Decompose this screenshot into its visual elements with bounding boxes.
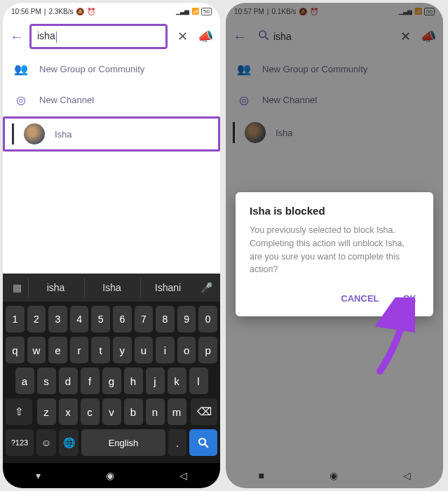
key-4[interactable]: 4	[70, 306, 89, 332]
suggestion-3[interactable]: Ishani	[140, 278, 195, 297]
selection-indicator	[12, 123, 14, 144]
key-n[interactable]: n	[146, 398, 165, 425]
backspace-key[interactable]: ⌫	[191, 398, 217, 425]
channel-icon: ◎	[13, 91, 29, 108]
list-item-label: New Channel	[39, 95, 94, 105]
language-key[interactable]: 🌐	[59, 429, 79, 456]
wifi-icon: 📶	[191, 8, 198, 15]
key-z[interactable]: z	[37, 398, 56, 425]
status-time: 10:56 PM	[11, 8, 41, 15]
space-key[interactable]: English	[81, 429, 165, 456]
key-2[interactable]: 2	[27, 306, 46, 332]
symbols-key[interactable]: ?123	[6, 429, 34, 456]
phone-screenshot-right: 10:57 PM | 0.1KB/s 🔕 ⏰ ▁▃▅ 📶 50 ← isha ✕…	[226, 3, 443, 488]
battery-icon: 50	[201, 8, 212, 15]
key-b[interactable]: b	[124, 398, 143, 425]
ok-button[interactable]: OK	[400, 288, 420, 309]
key-w[interactable]: w	[27, 337, 46, 363]
contact-result-row[interactable]: Isha	[3, 116, 220, 152]
key-k[interactable]: k	[168, 368, 186, 394]
key-h[interactable]: h	[124, 368, 143, 394]
mic-icon[interactable]: 🎤	[196, 282, 216, 293]
back-button[interactable]: ←	[10, 29, 24, 45]
search-input[interactable]: isha	[29, 24, 168, 49]
key-i[interactable]: i	[156, 337, 175, 363]
content-spacer	[3, 153, 220, 274]
key-e[interactable]: e	[48, 337, 67, 363]
suggestion-1[interactable]: isha	[28, 278, 83, 297]
nav-recents[interactable]: ▾	[36, 470, 41, 481]
nav-back[interactable]: ◁	[179, 470, 187, 481]
search-text: isha	[37, 30, 55, 41]
list-item-label: New Group or Community	[39, 64, 144, 74]
android-navbar: ▾ ◉ ◁	[3, 463, 220, 488]
megaphone-icon[interactable]: 📣	[198, 29, 213, 44]
emoji-key[interactable]: ☺	[36, 429, 56, 456]
period-key[interactable]: .	[168, 429, 186, 456]
key-g[interactable]: g	[102, 368, 121, 394]
key-q[interactable]: q	[6, 337, 25, 363]
nav-home[interactable]: ◉	[106, 470, 114, 481]
new-group-item[interactable]: 👥 New Group or Community	[3, 53, 220, 84]
key-d[interactable]: d	[59, 368, 78, 394]
phone-screenshot-left: 10:56 PM | 2.3KB/s 🔕 ⏰ ▁▃▅ 📶 50 ← isha ✕…	[3, 3, 220, 488]
shift-key[interactable]: ⇧	[6, 398, 32, 425]
contact-name: Isha	[55, 129, 72, 140]
status-bar: 10:56 PM | 2.3KB/s 🔕 ⏰ ▁▃▅ 📶 50	[3, 3, 220, 20]
key-j[interactable]: j	[146, 368, 165, 394]
key-c[interactable]: c	[81, 398, 100, 425]
dialog-title: Isha is blocked	[250, 205, 419, 217]
key-y[interactable]: y	[113, 337, 132, 363]
key-8[interactable]: 8	[156, 306, 175, 332]
key-9[interactable]: 9	[177, 306, 196, 332]
status-dnd-icon: 🔕	[76, 8, 84, 15]
key-m[interactable]: m	[168, 398, 186, 425]
key-t[interactable]: t	[91, 337, 110, 363]
key-7[interactable]: 7	[135, 306, 154, 332]
svg-line-1	[205, 444, 208, 448]
key-f[interactable]: f	[81, 368, 100, 394]
group-icon: 👥	[13, 60, 29, 77]
key-1[interactable]: 1	[6, 306, 25, 332]
keyboard: 1234567890 qwertyuiop asdfghjkl ⇧ zxcvbn…	[3, 302, 220, 463]
dialog-actions: CANCEL OK	[250, 288, 419, 309]
key-v[interactable]: v	[102, 398, 121, 425]
clear-search-button[interactable]: ✕	[177, 29, 188, 44]
key-s[interactable]: s	[37, 368, 56, 394]
key-l[interactable]: l	[189, 368, 208, 394]
key-o[interactable]: o	[177, 337, 196, 363]
quick-actions-list: 👥 New Group or Community ◎ New Channel	[3, 53, 220, 115]
new-channel-item[interactable]: ◎ New Channel	[3, 84, 220, 115]
key-p[interactable]: p	[198, 337, 217, 363]
avatar	[24, 123, 45, 144]
key-r[interactable]: r	[70, 337, 89, 363]
blocked-dialog: Isha is blocked You previously selected …	[236, 192, 433, 316]
key-6[interactable]: 6	[113, 306, 132, 332]
suggestion-2[interactable]: Isha	[84, 278, 139, 297]
cancel-button[interactable]: CANCEL	[338, 288, 381, 309]
search-header: ← isha ✕ 📣	[3, 20, 220, 53]
svg-point-0	[199, 438, 205, 445]
search-key[interactable]	[189, 429, 217, 456]
status-net: 2.3KB/s	[48, 8, 73, 15]
keyboard-suggestions: ▦ isha Isha Ishani 🎤	[3, 274, 220, 302]
dialog-body: You previously selected to block Isha. C…	[250, 224, 419, 276]
status-alarm-icon: ⏰	[87, 8, 95, 15]
signal-icon: ▁▃▅	[176, 8, 189, 15]
key-x[interactable]: x	[59, 398, 78, 425]
apps-icon[interactable]: ▦	[7, 282, 27, 293]
key-3[interactable]: 3	[48, 306, 67, 332]
key-a[interactable]: a	[15, 368, 34, 394]
key-0[interactable]: 0	[198, 306, 217, 332]
key-5[interactable]: 5	[91, 306, 110, 332]
key-u[interactable]: u	[135, 337, 154, 363]
